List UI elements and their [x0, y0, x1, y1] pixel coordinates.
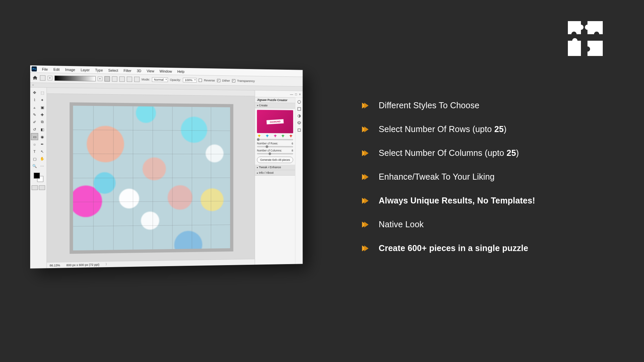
menu-filter[interactable]: Filter [121, 68, 134, 72]
crop-tool[interactable]: ⟁ [31, 104, 38, 111]
feature-item: Always Unique Results, No Templates! [361, 196, 535, 205]
menu-window[interactable]: Window [157, 69, 174, 73]
mode-select[interactable]: Normal [152, 77, 168, 82]
color-swatches[interactable] [34, 173, 43, 182]
screen-mode-button[interactable] [39, 185, 45, 190]
gradient-linear-button[interactable] [104, 76, 110, 81]
zoom-tool[interactable]: 🔍 [31, 163, 38, 170]
transparency-label: Transparency [237, 79, 255, 82]
cols-slider[interactable] [257, 153, 293, 155]
move-tool[interactable]: ✥ [31, 89, 38, 96]
reverse-checkbox[interactable] [199, 78, 202, 82]
shape-tool[interactable]: ▢ [31, 155, 38, 162]
menu-help[interactable]: Help [175, 69, 187, 73]
gradient-tool[interactable]: ▭ [31, 133, 38, 140]
gradient-diamond-button[interactable] [134, 76, 140, 82]
arrow-icon [361, 149, 369, 158]
menu-view[interactable]: View [144, 69, 156, 73]
info-section-header[interactable]: Info / About [255, 170, 295, 176]
feature-item: Select Number Of Rows (upto 25) [361, 124, 535, 134]
stamp-tool[interactable]: ⧉ [39, 118, 46, 125]
dodge-tool[interactable]: ☼ [31, 140, 38, 147]
adjustments-icon[interactable] [297, 114, 301, 118]
photoshop-window: Ps File Edit Image Layer Type Select Fil… [30, 65, 303, 268]
style-thumb-icon[interactable] [281, 134, 285, 138]
hand-tool[interactable]: ✋ [39, 155, 46, 162]
layers-icon[interactable] [297, 121, 301, 125]
svg-rect-1 [298, 108, 301, 111]
dropdown-icon[interactable]: ▾ [48, 75, 52, 80]
zoom-level[interactable]: 86.13% [50, 263, 60, 267]
path-select-tool[interactable]: ↖ [39, 148, 46, 155]
eyedropper-tool[interactable]: ✎ [31, 111, 38, 118]
feature-item: Select Number Of Columns (upto 25) [361, 148, 535, 158]
minimize-button[interactable]: — [290, 93, 293, 96]
svg-rect-3 [298, 129, 301, 131]
tweak-section-header[interactable]: Tweak / Enhance [255, 165, 295, 170]
style-scroll-slider[interactable] [257, 139, 293, 140]
style-preview[interactable]: DIAMOND [257, 110, 293, 133]
menu-file[interactable]: File [40, 67, 50, 71]
gradient-preview[interactable] [54, 75, 96, 81]
status-caret[interactable]: 〉 [106, 262, 109, 266]
channels-icon[interactable] [297, 128, 301, 132]
dither-checkbox[interactable]: ✓ [217, 79, 220, 82]
plugin-panel-title: Jigsaw Puzzle Creator [255, 97, 295, 103]
menu-3d[interactable]: 3D [135, 69, 144, 73]
feature-item: Native Look [361, 220, 535, 229]
menu-type[interactable]: Type [93, 68, 105, 72]
gradient-reflected-button[interactable] [127, 76, 132, 82]
close-button[interactable]: × [299, 93, 301, 96]
eraser-tool[interactable]: ◧ [39, 126, 46, 133]
right-panel-column: — □ × Jigsaw Puzzle Creator Create DIAMO… [255, 90, 303, 265]
marquee-tool[interactable]: ⬚ [39, 89, 46, 96]
arrow-icon [361, 173, 369, 181]
menu-layer[interactable]: Layer [78, 68, 92, 72]
style-thumb-icon[interactable] [289, 134, 292, 138]
dropdown-icon[interactable]: ▾ [98, 76, 102, 81]
foreground-swatch[interactable] [34, 173, 40, 179]
feature-item: Different Styles To Choose [361, 101, 535, 110]
style-thumb-icon[interactable] [258, 134, 261, 138]
dither-label: Dither [222, 79, 230, 82]
feature-item: Enhance/Tweak To Your Liking [361, 172, 535, 182]
feature-list: Different Styles To Choose Select Number… [361, 101, 535, 267]
transparency-checkbox[interactable]: ✓ [232, 79, 235, 82]
menu-image[interactable]: Image [63, 67, 77, 72]
style-thumb-icon[interactable] [273, 134, 277, 138]
frame-tool[interactable]: ▣ [39, 104, 46, 111]
magic-wand-tool[interactable]: ✦ [39, 96, 46, 103]
maximize-button[interactable]: □ [295, 93, 297, 96]
healing-tool[interactable]: ✚ [39, 111, 46, 118]
more-tools[interactable]: ⋯ [39, 163, 46, 170]
rows-slider[interactable] [257, 146, 293, 147]
color-icon[interactable] [297, 100, 301, 104]
menu-select[interactable]: Select [106, 68, 121, 72]
lasso-tool[interactable]: ⌇ [31, 96, 38, 103]
style-name: DIAMOND [266, 119, 284, 124]
history-brush-tool[interactable]: ↺ [31, 126, 38, 133]
generate-button[interactable]: Generate 6x8=48 pieces [257, 157, 293, 163]
swatches-icon[interactable] [297, 107, 301, 111]
brush-tool[interactable]: ✐ [31, 118, 38, 125]
blur-tool[interactable]: ◉ [39, 133, 46, 140]
menu-edit[interactable]: Edit [51, 67, 62, 71]
style-thumb-icon[interactable] [266, 134, 269, 138]
feature-text: Always Unique Results, No Templates! [379, 196, 535, 205]
tool-preset-button[interactable] [40, 75, 46, 80]
feature-text: Select Number Of Rows (upto 25) [379, 124, 506, 134]
pen-tool[interactable]: ✒ [39, 140, 46, 147]
create-section-header[interactable]: Create [255, 103, 295, 109]
style-thumbnails [257, 134, 293, 138]
home-icon[interactable] [32, 75, 38, 80]
type-tool[interactable]: T [31, 148, 38, 155]
gradient-angle-button[interactable] [119, 76, 125, 82]
opacity-select[interactable]: 100% [183, 77, 197, 82]
gradient-radial-button[interactable] [112, 76, 117, 81]
canvas[interactable] [70, 102, 233, 254]
document-window-controls: — □ × [255, 90, 303, 98]
quick-mask-button[interactable] [32, 185, 38, 190]
opacity-label: Opacity: [170, 78, 181, 81]
arrow-icon [361, 101, 369, 110]
arrow-icon [361, 244, 369, 253]
